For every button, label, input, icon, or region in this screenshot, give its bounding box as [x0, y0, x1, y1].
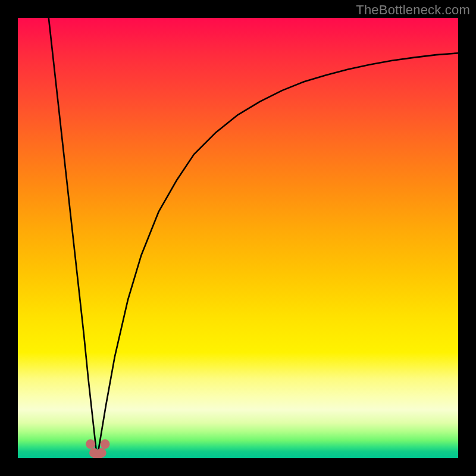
attribution-text: TheBottleneck.com	[356, 2, 470, 18]
minimum-marker	[101, 439, 110, 449]
plot-area	[18, 18, 458, 458]
curve-svg	[18, 18, 458, 458]
curve-right	[97, 53, 458, 458]
curve-left	[49, 18, 97, 458]
minimum-markers	[86, 439, 109, 458]
minimum-marker	[97, 448, 107, 458]
minimum-marker	[86, 439, 95, 449]
chart-root: TheBottleneck.com	[0, 0, 476, 476]
